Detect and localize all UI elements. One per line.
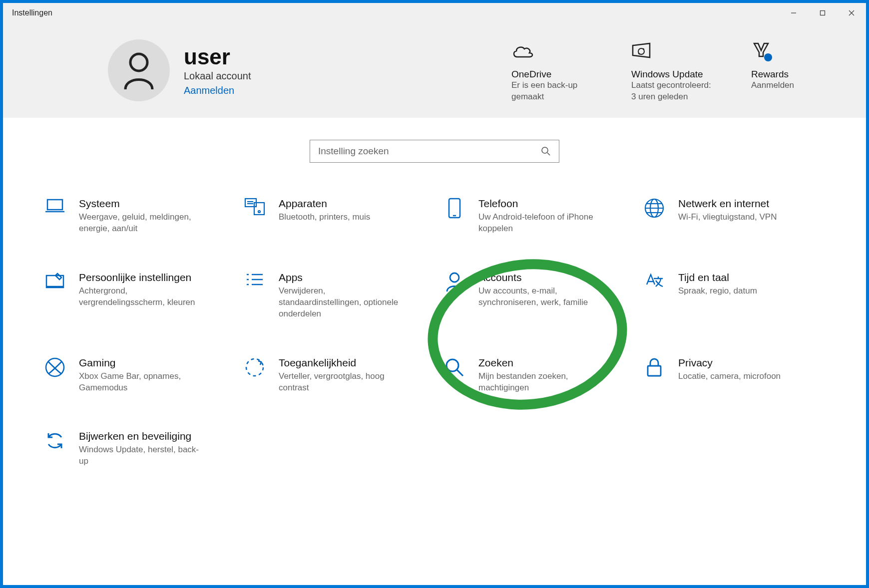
category-phone[interactable]: TelefoonUw Android-telefoon of iPhone ko…	[442, 198, 602, 235]
svg-point-12	[258, 211, 260, 213]
category-title: Tijd en taal	[678, 272, 757, 284]
account-type: Lokaal account	[184, 70, 251, 82]
category-ease-of-access[interactable]: ToegankelijkheidVerteller, vergrootglas,…	[243, 357, 403, 394]
category-privacy[interactable]: PrivacyLocatie, camera, microfoon	[642, 357, 802, 394]
category-title: Bijwerken en beveiliging	[79, 430, 203, 442]
category-sub: Weergave, geluid, meldingen, energie, aa…	[79, 212, 203, 235]
user-name: user	[184, 44, 251, 69]
status-title: Windows Update	[631, 69, 716, 80]
category-sub: Locatie, camera, microfoon	[678, 371, 781, 382]
cloud-icon	[511, 41, 596, 62]
svg-point-5	[764, 53, 772, 61]
list-icon	[243, 272, 267, 289]
accessibility-icon	[243, 357, 267, 378]
category-apps[interactable]: AppsVerwijderen, standaardinstellingen, …	[243, 272, 403, 320]
status-title: OneDrive	[511, 69, 596, 80]
category-title: Systeem	[79, 198, 203, 210]
category-title: Accounts	[478, 272, 602, 284]
search-icon	[442, 357, 466, 378]
svg-line-7	[547, 153, 550, 155]
category-sub: Xbox Game Bar, opnames, Gamemodus	[79, 371, 203, 394]
category-sub: Uw Android-telefoon of iPhone koppelen	[478, 212, 602, 235]
signin-link[interactable]: Aanmelden	[184, 85, 251, 96]
category-system[interactable]: SysteemWeergave, geluid, meldingen, ener…	[43, 198, 203, 235]
category-title: Zoeken	[478, 357, 602, 369]
paint-icon	[43, 272, 67, 290]
svg-rect-35	[648, 366, 661, 376]
category-sub: Wi-Fi, vliegtuigstand, VPN	[678, 212, 777, 223]
status-windows-update[interactable]: Windows Update Laatst gecontroleerd: 3 u…	[631, 41, 716, 103]
maximize-button[interactable]	[808, 3, 837, 23]
status-sub: Aanmelden	[751, 80, 836, 91]
person-icon	[442, 272, 466, 293]
status-title: Rewards	[751, 69, 836, 80]
lock-icon	[642, 357, 666, 378]
user-avatar-icon	[108, 39, 170, 101]
phone-icon	[442, 198, 466, 219]
xbox-icon	[43, 357, 67, 378]
svg-rect-8	[47, 200, 62, 210]
category-sub: Bluetooth, printers, muis	[279, 212, 370, 223]
window-controls	[779, 3, 866, 23]
svg-line-34	[457, 370, 463, 376]
category-title: Apparaten	[279, 198, 370, 210]
status-sub: Er is een back-up gemaakt	[511, 80, 596, 103]
category-personalization[interactable]: Persoonlijke instellingenAchtergrond, ve…	[43, 272, 203, 320]
search-input[interactable]: Instelling zoeken	[310, 140, 559, 163]
rewards-icon	[751, 41, 836, 62]
category-sub: Windows Update, herstel, back-up	[79, 444, 203, 467]
category-sub: Uw accounts, e-mail, synchroniseren, wer…	[478, 286, 602, 308]
laptop-icon	[43, 198, 67, 215]
category-title: Netwerk en internet	[678, 198, 777, 210]
category-sub: Verwijderen, standaardinstellingen, opti…	[279, 286, 403, 320]
status-onedrive[interactable]: OneDrive Er is een back-up gemaakt	[511, 41, 596, 103]
category-sub: Spraak, regio, datum	[678, 286, 757, 297]
category-update-security[interactable]: Bijwerken en beveiligingWindows Update, …	[43, 430, 203, 467]
svg-point-6	[542, 147, 548, 153]
category-title: Telefoon	[478, 198, 602, 210]
category-title: Persoonlijke instellingen	[79, 272, 203, 284]
categories-grid: SysteemWeergave, geluid, meldingen, ener…	[3, 168, 866, 467]
status-rewards[interactable]: Rewards Aanmelden	[751, 41, 836, 91]
svg-point-4	[130, 54, 147, 71]
category-title: Privacy	[678, 357, 781, 369]
titlebar: Instellingen	[3, 3, 866, 23]
status-cards: OneDrive Er is een back-up gemaakt Windo…	[511, 38, 836, 103]
category-network[interactable]: Netwerk en internetWi-Fi, vliegtuigstand…	[642, 198, 802, 235]
category-title: Gaming	[79, 357, 203, 369]
globe-icon	[642, 198, 666, 219]
search-row: Instelling zoeken	[3, 118, 866, 168]
category-search[interactable]: ZoekenMijn bestanden zoeken, machtiginge…	[442, 357, 602, 394]
category-sub: Achtergrond, vergrendelingsscherm, kleur…	[79, 286, 203, 308]
minimize-button[interactable]	[779, 3, 808, 23]
category-title: Apps	[279, 272, 403, 284]
category-devices[interactable]: ApparatenBluetooth, printers, muis	[243, 198, 403, 235]
close-button[interactable]	[837, 3, 866, 23]
svg-point-33	[446, 359, 458, 371]
window-title: Instellingen	[12, 8, 52, 17]
svg-rect-15	[449, 199, 460, 218]
settings-window: Instellingen user Lokaal account	[3, 3, 866, 585]
sync-icon	[43, 430, 67, 451]
devices-icon	[243, 198, 267, 216]
category-gaming[interactable]: GamingXbox Game Bar, opnames, Gamemodus	[43, 357, 203, 394]
category-sub: Verteller, vergrootglas, hoog contrast	[279, 371, 403, 394]
update-icon	[631, 41, 716, 62]
language-icon	[642, 272, 666, 291]
category-title: Toegankelijkheid	[279, 357, 403, 369]
status-sub: Laatst gecontroleerd: 3 uren geleden	[631, 80, 716, 103]
svg-point-30	[450, 273, 459, 282]
category-accounts[interactable]: AccountsUw accounts, e-mail, synchronise…	[442, 272, 602, 320]
svg-rect-1	[821, 11, 825, 15]
search-icon	[541, 146, 551, 156]
category-sub: Mijn bestanden zoeken, machtigingen	[478, 371, 602, 394]
search-placeholder: Instelling zoeken	[318, 146, 541, 157]
user-block: user Lokaal account Aanmelden	[108, 38, 486, 103]
category-time-language[interactable]: Tijd en taalSpraak, regio, datum	[642, 272, 802, 320]
header: user Lokaal account Aanmelden OneDrive E…	[3, 23, 866, 118]
